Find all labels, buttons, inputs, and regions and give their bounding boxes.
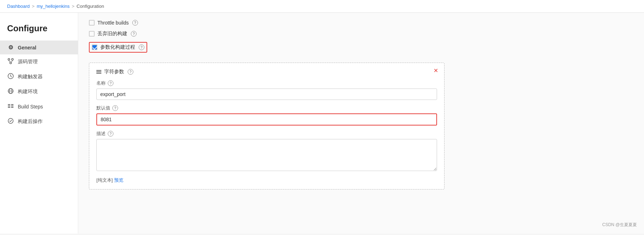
breadcrumb-project[interactable]: my_hellojenkins bbox=[37, 4, 70, 9]
svg-rect-7 bbox=[8, 104, 10, 105]
help-throttle[interactable]: ? bbox=[132, 20, 138, 26]
help-name[interactable]: ? bbox=[108, 80, 113, 86]
source-icon bbox=[7, 58, 14, 66]
svg-rect-8 bbox=[8, 106, 10, 106]
help-parameterize[interactable]: ? bbox=[139, 44, 144, 50]
build-steps-icon bbox=[7, 103, 14, 111]
default-label: 默认值 ? bbox=[96, 105, 437, 111]
name-group: 名称 ? bbox=[96, 80, 437, 100]
footer-prefix: [纯文本] bbox=[96, 177, 113, 183]
svg-rect-11 bbox=[11, 106, 14, 106]
close-param-button[interactable]: ✕ bbox=[432, 67, 440, 74]
svg-point-0 bbox=[8, 59, 10, 60]
help-description[interactable]: ? bbox=[108, 131, 113, 137]
help-default[interactable]: ? bbox=[112, 105, 118, 111]
param-type-label: 字符参数 bbox=[104, 69, 124, 75]
page-title: Configure bbox=[0, 20, 78, 41]
trigger-icon bbox=[7, 73, 14, 81]
checkbox-row-throttle: Throttle builds ? bbox=[89, 20, 633, 26]
sidebar-label-triggers: 构建触发器 bbox=[18, 74, 43, 80]
svg-point-2 bbox=[10, 62, 12, 64]
name-input[interactable] bbox=[96, 89, 437, 100]
sidebar-label-general: General bbox=[18, 45, 36, 50]
checkbox-row-discard: 丢弃旧的构建 ? bbox=[89, 31, 633, 37]
drag-handle[interactable] bbox=[96, 70, 101, 74]
sidebar-label-source: 源码管理 bbox=[18, 59, 38, 65]
label-parameterize: 参数化构建过程 bbox=[100, 44, 135, 50]
svg-rect-12 bbox=[11, 107, 14, 108]
default-group: 默认值 ? bbox=[96, 105, 437, 125]
description-group: 描述 ? bbox=[96, 130, 437, 172]
sidebar-item-triggers[interactable]: 构建触发器 bbox=[0, 69, 78, 84]
breadcrumb-dashboard[interactable]: Dashboard bbox=[7, 4, 30, 9]
svg-rect-10 bbox=[11, 104, 14, 105]
sidebar-item-post-build[interactable]: 构建后操作 bbox=[0, 114, 78, 129]
svg-rect-9 bbox=[8, 107, 10, 108]
svg-point-1 bbox=[12, 59, 14, 60]
watermark: CSDN @生夏夏夏 bbox=[602, 222, 637, 228]
sidebar-item-env[interactable]: 构建环境 bbox=[0, 84, 78, 99]
sidebar-item-source[interactable]: 源码管理 bbox=[0, 54, 78, 69]
breadcrumb-sep-1: > bbox=[32, 4, 35, 9]
preview-link[interactable]: 预览 bbox=[114, 177, 123, 183]
sidebar-label-post-build: 构建后操作 bbox=[18, 118, 43, 125]
env-icon bbox=[7, 88, 14, 96]
breadcrumb: Dashboard > my_hellojenkins > Configurat… bbox=[0, 0, 644, 13]
description-label: 描述 ? bbox=[96, 130, 437, 137]
post-build-icon bbox=[7, 118, 14, 125]
param-section: 字符参数 ? ✕ 名称 ? 默认值 ? bbox=[89, 63, 445, 189]
sidebar-label-env: 构建环境 bbox=[18, 89, 38, 95]
default-input[interactable] bbox=[96, 113, 437, 125]
checkbox-throttle[interactable] bbox=[89, 20, 95, 26]
checkbox-row-parameterize: 参数化构建过程 ? bbox=[89, 42, 147, 53]
sidebar-item-general[interactable]: ⚙ General bbox=[0, 41, 78, 54]
checkbox-discard[interactable] bbox=[89, 31, 95, 37]
main-content: Throttle builds ? 丢弃旧的构建 ? 参数化构建过程 ? bbox=[78, 13, 644, 234]
help-discard[interactable]: ? bbox=[131, 31, 137, 37]
breadcrumb-current: Configuration bbox=[76, 4, 104, 9]
checkbox-parameterize[interactable] bbox=[92, 44, 97, 50]
sidebar: Configure ⚙ General 源码管理 bbox=[0, 13, 78, 234]
label-throttle: Throttle builds bbox=[97, 20, 129, 26]
breadcrumb-sep-2: > bbox=[72, 4, 75, 9]
sidebar-item-build-steps[interactable]: Build Steps bbox=[0, 99, 78, 114]
footer-text: [纯文本] 预览 bbox=[96, 177, 437, 183]
help-param[interactable]: ? bbox=[128, 69, 133, 75]
description-textarea[interactable] bbox=[96, 139, 437, 171]
name-label: 名称 ? bbox=[96, 80, 437, 86]
param-header: 字符参数 ? bbox=[96, 69, 437, 75]
label-discard: 丢弃旧的构建 bbox=[97, 31, 127, 37]
sidebar-label-build-steps: Build Steps bbox=[18, 104, 43, 110]
gear-icon: ⚙ bbox=[7, 44, 14, 51]
